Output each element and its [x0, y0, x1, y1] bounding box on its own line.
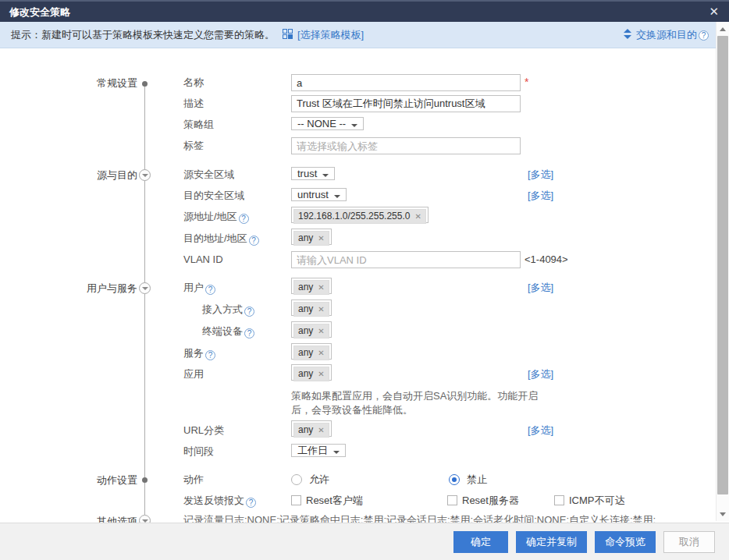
address-chip: 192.168.1.0/255.255.255.0✕	[293, 209, 426, 223]
row-src-addr: 源地址/地区? 192.168.1.0/255.255.255.0✕	[0, 208, 729, 225]
row-vlan: VLAN ID <1-4094>	[0, 251, 729, 268]
section-label-other: 其他选项	[0, 513, 137, 523]
application-chipbox[interactable]: any✕	[291, 364, 332, 381]
dst-zone-select[interactable]: untrust	[291, 188, 347, 201]
tags-input[interactable]	[291, 137, 521, 154]
vlan-range-hint: <1-4094>	[525, 251, 568, 268]
swap-help-icon[interactable]: ?	[699, 30, 709, 41]
row-dst-zone: 目的安全区域 untrust [多选]	[0, 187, 729, 204]
collapse-icon-other[interactable]	[139, 515, 151, 523]
tags-label: 标签	[183, 137, 204, 154]
row-description: 描述	[0, 95, 729, 112]
application-multi-select-link[interactable]: [多选]	[528, 366, 553, 383]
src-zone-label: 源安全区域	[183, 166, 234, 183]
url-category-label: URL分类	[183, 422, 224, 439]
terminal-help-icon[interactable]: ?	[244, 328, 254, 338]
chip-remove-icon[interactable]: ✕	[318, 349, 324, 357]
policy-group-select[interactable]: -- NONE --	[291, 117, 364, 130]
row-tags: 标签	[0, 137, 729, 154]
radio-allow[interactable]: 允许	[291, 471, 329, 488]
dst-addr-help-icon[interactable]: ?	[249, 236, 259, 246]
user-chip: any✕	[293, 280, 329, 294]
vlan-input[interactable]	[291, 251, 521, 268]
feedback-help-icon[interactable]: ?	[246, 498, 256, 508]
other-options-summary: 记录流量日志:NONE;记录策略命中日志:禁用;记录会话日志:禁用;会话老化时间…	[183, 513, 706, 523]
application-label: 应用	[183, 366, 204, 383]
chip-remove-icon[interactable]: ✕	[318, 370, 324, 378]
description-input[interactable]	[291, 95, 521, 112]
swap-source-dest-label: 交换源和目的	[636, 28, 697, 42]
terminal-chipbox[interactable]: any✕	[291, 321, 332, 338]
scroll-down-button[interactable]	[717, 508, 729, 520]
user-multi-select-link[interactable]: [多选]	[528, 279, 553, 296]
user-help-icon[interactable]: ?	[205, 285, 215, 295]
select-policy-template-link[interactable]: [选择策略模板]	[297, 28, 364, 42]
user-chipbox[interactable]: any✕	[291, 278, 332, 294]
access-mode-chip: any✕	[293, 302, 329, 316]
dst-zone-label: 目的安全区域	[183, 187, 244, 204]
access-mode-label: 接入方式?	[202, 301, 254, 318]
dst-addr-chipbox[interactable]: any✕	[291, 229, 332, 245]
row-time-range: 时间段 工作日	[0, 443, 729, 460]
url-category-chipbox[interactable]: any✕	[291, 420, 332, 437]
dialog-titlebar: 修改安全策略 ✕	[0, 0, 729, 22]
src-zone-select[interactable]: trust	[291, 167, 335, 180]
chip-remove-icon[interactable]: ✕	[318, 426, 324, 434]
checkbox-icmp-unreachable[interactable]: ICMP不可达	[554, 492, 625, 509]
chip-remove-icon[interactable]: ✕	[318, 305, 324, 314]
radio-deny-icon-checked[interactable]	[449, 474, 460, 485]
chip-remove-icon[interactable]: ✕	[414, 212, 421, 221]
policy-group-label: 策略组	[183, 116, 214, 133]
swap-source-dest-action[interactable]: 交换源和目的 ?	[623, 22, 709, 48]
user-label: 用户?	[183, 279, 215, 296]
close-icon[interactable]: ✕	[709, 5, 719, 19]
action-label: 动作	[183, 471, 204, 488]
scroll-up-button[interactable]	[717, 23, 729, 35]
url-category-multi-select-link[interactable]: [多选]	[528, 422, 553, 439]
time-range-select[interactable]: 工作日	[291, 444, 346, 457]
row-name: 名称 *	[0, 74, 729, 91]
tip-text: 提示：新建时可以基于策略模板来快速定义您需要的策略。	[11, 28, 275, 42]
src-addr-chipbox[interactable]: 192.168.1.0/255.255.255.0✕	[291, 207, 429, 223]
application-chip: any✕	[293, 367, 329, 381]
access-mode-chipbox[interactable]: any✕	[291, 299, 332, 316]
terminal-label: 终端设备?	[202, 323, 254, 340]
dst-zone-multi-select-link[interactable]: [多选]	[528, 187, 553, 204]
checkbox-icon[interactable]	[554, 495, 564, 505]
address-chip: any✕	[293, 231, 329, 245]
checkbox-icon[interactable]	[447, 495, 457, 505]
service-chipbox[interactable]: any✕	[291, 343, 332, 360]
row-feedback: 发送反馈报文? Reset客户端 Reset服务器 ICMP不可达	[0, 492, 729, 509]
service-help-icon[interactable]: ?	[205, 350, 215, 360]
template-grid-icon	[283, 29, 293, 41]
checkbox-reset-server[interactable]: Reset服务器	[447, 492, 519, 509]
scrollbar-thumb[interactable]	[717, 36, 728, 494]
chip-remove-icon[interactable]: ✕	[318, 283, 324, 292]
checkbox-icon[interactable]	[291, 495, 301, 505]
radio-deny[interactable]: 禁止	[449, 471, 487, 488]
src-zone-multi-select-link[interactable]: [多选]	[528, 166, 553, 183]
description-label: 描述	[183, 95, 204, 112]
vertical-scrollbar[interactable]	[716, 22, 729, 521]
row-access-mode: 接入方式? any✕	[0, 301, 729, 318]
name-input[interactable]	[291, 74, 521, 91]
dialog-footer: 确定 确定并复制 命令预览 取消	[0, 523, 729, 560]
swap-icon	[623, 29, 632, 41]
feedback-label: 发送反馈报文?	[183, 492, 256, 509]
chip-remove-icon[interactable]: ✕	[318, 234, 324, 243]
ok-button[interactable]: 确定	[453, 531, 508, 553]
checkbox-reset-client[interactable]: Reset客户端	[291, 492, 363, 509]
application-sa-note: 策略如果配置应用，会自动开启SA识别功能。功能开启后，会导致设备性能降低。	[291, 389, 549, 417]
chip-remove-icon[interactable]: ✕	[318, 327, 324, 335]
access-mode-help-icon[interactable]: ?	[244, 307, 254, 317]
radio-allow-icon[interactable]	[291, 474, 302, 485]
command-preview-button[interactable]: 命令预览	[595, 531, 656, 553]
dialog-title: 修改安全策略	[9, 5, 70, 19]
cancel-button[interactable]: 取消	[663, 531, 715, 553]
triangle-down-icon	[720, 512, 726, 516]
row-service: 服务? any✕	[0, 345, 729, 362]
row-url-category: URL分类 any✕ [多选]	[0, 422, 729, 439]
ok-and-copy-button[interactable]: 确定并复制	[516, 531, 587, 553]
src-addr-help-icon[interactable]: ?	[239, 214, 249, 224]
name-label: 名称	[183, 74, 204, 91]
